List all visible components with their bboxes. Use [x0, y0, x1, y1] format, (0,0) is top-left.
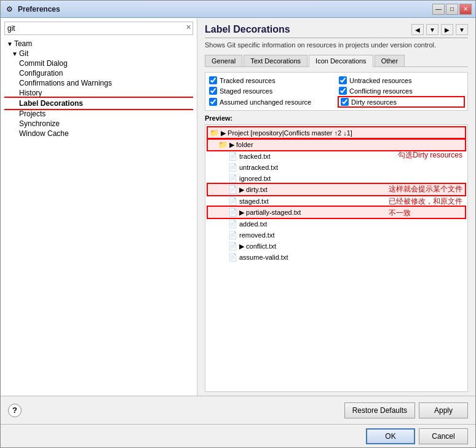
tree-item-history[interactable]: History — [4, 88, 193, 98]
preview-item-label: staged.txt — [239, 198, 269, 205]
tabs-bar: General Text Decorations Icon Decoration… — [205, 55, 468, 67]
tab-other[interactable]: Other — [375, 55, 405, 66]
panel-description: Shows Git specific information on resour… — [205, 41, 468, 50]
checkbox-conflicting: Conflicting resources — [339, 87, 464, 95]
tree-item-projects[interactable]: Projects — [4, 109, 193, 119]
preview-item-label: ignored.txt — [239, 175, 271, 182]
apply-button[interactable]: Apply — [419, 402, 468, 418]
preview-item-label: ▶ conflict.txt — [239, 242, 276, 250]
preview-item-label: untracked.txt — [239, 164, 278, 171]
tree-item-confirmations[interactable]: Confirmations and Warnings — [4, 78, 193, 88]
preview-item-project: 📁 ▶ Project [repository|Conflicts master… — [208, 127, 465, 138]
preview-item-untracked: 📄 untracked.txt — [208, 162, 465, 173]
back-dropdown-button[interactable]: ▼ — [426, 24, 438, 35]
tab-text-decorations[interactable]: Text Decorations — [244, 55, 307, 66]
checkbox-tracked: Tracked resources — [209, 76, 334, 84]
dirty-checkbox[interactable] — [341, 98, 349, 106]
preview-item-label: assume-valid.txt — [239, 254, 288, 261]
staged-label: Staged resources — [220, 87, 272, 95]
file-icon: 📄 — [228, 162, 237, 172]
preview-item-removed: 📄 removed.txt — [208, 230, 465, 241]
checkbox-staged: Staged resources — [209, 87, 334, 95]
preview-item-added: 📄 added.txt — [208, 218, 465, 230]
untracked-checkbox[interactable] — [339, 76, 347, 84]
close-button[interactable]: ✕ — [459, 4, 472, 15]
tree-item-label-decorations[interactable]: Label Decorations — [4, 98, 193, 109]
checkbox-dirty: Dirty resources — [339, 97, 464, 106]
panel-title-text: Label Decorations — [205, 24, 290, 35]
tab-general[interactable]: General — [205, 55, 242, 66]
file-icon: 📄 — [228, 207, 237, 217]
tab-icon-decorations[interactable]: Icon Decorations — [309, 55, 373, 67]
file-icon: 📄 — [228, 241, 237, 251]
file-icon: 📄 — [228, 219, 237, 229]
annotation-description: 这样就会提示某个文件 已经被修改，和原文件 不一致 — [389, 183, 462, 219]
preview-box: 勾选Dirty resources 这样就会提示某个文件 已经被修改，和原文件 … — [205, 124, 468, 392]
tree-item-label: Confirmations and Warnings — [19, 79, 112, 87]
folder-icon: 📁 — [209, 128, 219, 138]
minimize-button[interactable]: — — [432, 4, 445, 15]
title-bar-buttons: — □ ✕ — [432, 4, 472, 15]
preview-item-label: ▶ Project [repository|Conflicts master ↑… — [221, 129, 352, 137]
staged-checkbox[interactable] — [209, 87, 217, 95]
preview-item-label: added.txt — [239, 220, 267, 228]
restore-defaults-button[interactable]: Restore Defaults — [344, 402, 415, 418]
untracked-label: Untracked resources — [349, 77, 412, 84]
left-panel: ✕ ▼ Team ▼ Git Commit Dialog — [1, 18, 197, 396]
window-title: Preferences — [18, 5, 432, 14]
maximize-button[interactable]: □ — [446, 4, 458, 15]
tree-item-commit-dialog[interactable]: Commit Dialog — [4, 58, 193, 68]
folder-icon: 📁 — [218, 140, 228, 150]
assumed-label: Assumed unchanged resource — [220, 98, 311, 106]
tree-item-window-cache[interactable]: Window Cache — [4, 129, 193, 138]
right-panel: Label Decorations ◀ ▼ ▶ ▼ Shows Git spec… — [197, 18, 475, 396]
panel-title-bar: Label Decorations ◀ ▼ ▶ ▼ — [205, 24, 468, 38]
checkboxes-grid: Tracked resources Untracked resources St… — [205, 72, 468, 111]
preview-section: Preview: 勾选Dirty resources 这样就会提示某个文件 已经… — [205, 114, 468, 392]
checkbox-untracked: Untracked resources — [339, 76, 464, 84]
tree-item-team[interactable]: ▼ Team — [4, 39, 193, 49]
conflicting-label: Conflicting resources — [349, 87, 413, 95]
tracked-label: Tracked resources — [220, 77, 276, 84]
back-button[interactable]: ◀ — [411, 24, 424, 35]
tree-item-label: Git — [19, 49, 28, 58]
tree-item-label: Configuration — [19, 69, 63, 78]
preview-item-ignored: 📄 ignored.txt — [208, 173, 465, 184]
tree-item-synchronize[interactable]: Synchronize — [4, 119, 193, 129]
tree-item-git[interactable]: ▼ Git — [4, 49, 193, 58]
preview-item-label: removed.txt — [239, 231, 274, 239]
tracked-checkbox[interactable] — [209, 76, 217, 84]
tree-item-label: Window Cache — [19, 129, 69, 138]
file-icon: 📄 — [228, 174, 237, 183]
conflicting-checkbox[interactable] — [339, 87, 347, 95]
tree-item-label: History — [19, 89, 42, 97]
preview-item-label: ▶ dirty.txt — [239, 186, 268, 194]
ok-button[interactable]: OK — [366, 428, 415, 444]
file-icon: 📄 — [228, 230, 237, 240]
panel-nav: ◀ ▼ ▶ ▼ — [411, 24, 468, 35]
tree-item-configuration[interactable]: Configuration — [4, 68, 193, 78]
bottom-bar: ? Restore Defaults Apply — [1, 396, 475, 424]
cancel-button[interactable]: Cancel — [419, 428, 468, 444]
file-icon: 📄 — [228, 252, 237, 262]
dirty-label: Dirty resources — [351, 98, 397, 106]
bottom-right: Restore Defaults Apply — [344, 402, 468, 418]
bottom-left: ? — [8, 404, 22, 417]
tree-item-label: Commit Dialog — [19, 59, 68, 68]
search-input[interactable] — [4, 22, 193, 35]
preview-item-conflict: 📄 ▶ conflict.txt — [208, 241, 465, 252]
tree-area: ▼ Team ▼ Git Commit Dialog Configuration — [4, 39, 193, 392]
forward-button[interactable]: ▶ — [441, 24, 453, 35]
help-button[interactable]: ? — [8, 404, 22, 417]
forward-dropdown-button[interactable]: ▼ — [456, 24, 468, 35]
preview-label: Preview: — [205, 114, 468, 122]
assumed-checkbox[interactable] — [209, 98, 217, 106]
preview-item-assume-valid: 📄 assume-valid.txt — [208, 252, 465, 263]
preview-item-label: ▶ folder — [229, 141, 253, 149]
preview-item-folder: 📁 ▶ folder — [208, 139, 465, 150]
search-clear-icon[interactable]: ✕ — [186, 23, 191, 31]
preview-item-label: ▶ partially-staged.txt — [239, 209, 301, 217]
tree-item-label: Label Decorations — [19, 99, 83, 108]
preferences-window: ⚙ Preferences — □ ✕ ✕ ▼ Team ▼ — [0, 0, 476, 448]
tree-item-label: Synchronize — [19, 119, 60, 128]
